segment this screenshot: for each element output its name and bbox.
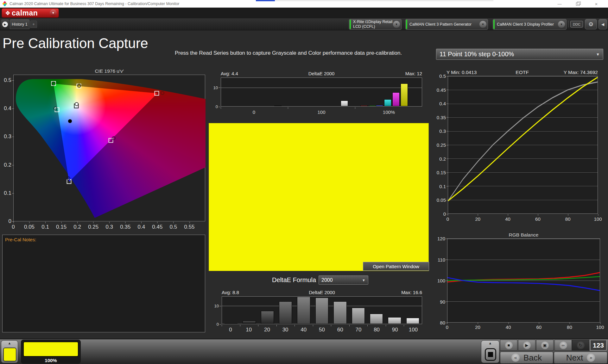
points-preset-dropdown[interactable]: 11 Point 10% step 0-100% ▼ xyxy=(436,49,603,60)
connected-indicator xyxy=(350,20,351,29)
deltae-bar-80 xyxy=(370,314,383,324)
history-nav-button[interactable]: ▶ xyxy=(1,19,9,29)
tick-label: 0 xyxy=(253,109,255,115)
rgb-x-axis: 020406080100 xyxy=(447,324,600,330)
chevron-down-icon: ▼ xyxy=(596,52,600,57)
read-single-button[interactable]: ▣ xyxy=(536,340,554,351)
read-series-button[interactable]: ▶ xyxy=(518,340,535,351)
cie-point-cyan-measured xyxy=(54,107,57,110)
tick-label: 80 xyxy=(440,320,445,325)
connected-indicator xyxy=(406,20,407,29)
deltae-bar-100 xyxy=(406,318,419,324)
ddc-button[interactable]: DDC xyxy=(570,21,583,28)
cie-point-yellow-measured xyxy=(77,84,81,88)
close-icon: × xyxy=(595,1,598,7)
tick-label: 0.2 xyxy=(4,162,11,168)
deltae-bar-60 xyxy=(333,301,346,324)
deltae-bar-90 xyxy=(388,317,401,324)
calman-app-window: Calman 2020 Calman Ultimate for Business… xyxy=(0,0,608,364)
deltae-bar-green xyxy=(369,105,376,106)
tick-label: 100 xyxy=(409,327,418,333)
next-button[interactable]: Next » xyxy=(554,352,607,364)
tick-label: 0.4 xyxy=(4,105,11,112)
refresh-button[interactable]: ↻ xyxy=(572,340,589,351)
pattern-generator-dropdown[interactable]: CalMAN Client 3 Pattern Generator ▼ xyxy=(405,19,488,30)
open-pattern-window-button[interactable]: Open Pattern Window xyxy=(363,262,429,271)
window-title: Calman 2020 Calman Ultimate for Business… xyxy=(10,0,179,8)
rgb-balance-curves xyxy=(447,239,600,322)
calman-menu-arrow[interactable]: ▼ xyxy=(50,9,57,16)
deltae-top-axis-ticks xyxy=(221,107,422,109)
tick-label: 110 xyxy=(438,257,445,262)
calman-menu-button[interactable]: ❖ calman ▼ xyxy=(2,8,59,18)
collapse-panel-button[interactable]: ◀ xyxy=(598,19,607,29)
close-button[interactable]: × xyxy=(588,0,604,8)
pre-cal-notes-field[interactable]: Pre-Cal Notes: xyxy=(2,235,205,332)
deltae-top-chart xyxy=(221,77,422,107)
settings-button[interactable]: ⚙ xyxy=(585,19,597,29)
tick-label: 0.15 xyxy=(56,224,66,230)
cie-point-white-measured xyxy=(75,102,79,106)
tick-label: 0 xyxy=(216,104,218,109)
tick-label: 0.25 xyxy=(437,142,446,148)
tick-label: 10 xyxy=(213,85,218,90)
connected-indicator xyxy=(493,20,495,29)
green-curve xyxy=(447,276,600,281)
tick-label: 0.45 xyxy=(152,224,162,230)
tick-label: 90 xyxy=(440,299,445,304)
deltae-bar-0 xyxy=(225,323,238,324)
tick-label: 100 xyxy=(596,324,604,330)
tick-label: 10 xyxy=(246,327,252,333)
pattern-level-panel: 100% xyxy=(21,340,81,364)
add-tab-button[interactable]: + xyxy=(30,21,37,28)
tick-label: 0.1 xyxy=(439,183,446,189)
continuous-read-button[interactable]: ∞ xyxy=(554,340,572,351)
tab-history-1[interactable]: History 1 xyxy=(10,19,29,29)
chevron-down-icon: ▼ xyxy=(395,23,398,26)
measured-curve xyxy=(448,77,598,201)
minimize-button[interactable]: — xyxy=(552,0,567,8)
swatch-expand-button[interactable]: ▲ xyxy=(1,341,18,345)
tick-label: 0.5 xyxy=(170,224,177,230)
arrow-left-icon: ◀ xyxy=(601,22,604,27)
eotf-y-axis: 0.50.450.40.350.30.250.20.150.10.050 xyxy=(433,76,446,214)
meter-dropdown-arrow[interactable]: ▼ xyxy=(393,21,400,28)
deltae-formula-dropdown[interactable]: 2000 ▼ xyxy=(319,275,368,285)
point-counter-field[interactable]: 123 xyxy=(590,340,607,351)
deltae-formula-label: DeltaE Formula xyxy=(203,276,316,284)
arrow-right-icon: ▶ xyxy=(4,23,6,26)
tick-label: 40 xyxy=(301,327,307,333)
meter-dropdown[interactable]: X-Rite i1Display RetailLCD (CCFL) ▼ xyxy=(349,19,402,30)
tick-label: 0.4 xyxy=(439,101,446,106)
chevron-down-icon: ▼ xyxy=(482,23,484,26)
deltae-bar-magenta xyxy=(392,92,400,106)
stop-expand-button[interactable]: ▲ xyxy=(481,341,499,345)
rgb-y-axis: 1201101009080 xyxy=(432,238,446,323)
current-pattern-swatch[interactable] xyxy=(3,348,16,361)
deltae-top-title: DeltaE 2000 xyxy=(221,71,422,76)
stop-button[interactable]: ■ xyxy=(500,340,517,351)
deltae-bottom-y-axis: 100 xyxy=(209,296,219,324)
tick-label: 60 xyxy=(337,327,343,333)
restore-icon xyxy=(576,3,580,6)
restore-button[interactable] xyxy=(570,0,586,8)
tick-label: 0.15 xyxy=(437,170,446,175)
tick-label: 0.2 xyxy=(439,156,446,161)
tick-label: 0 xyxy=(9,218,11,225)
back-button[interactable]: « Back xyxy=(500,352,553,364)
deltae-top-header: Avg: 4.4 DeltaE 2000 Max: 12 xyxy=(221,71,422,76)
pattern-level-value: 100% xyxy=(21,358,81,363)
tick-label: 40 xyxy=(505,216,510,222)
deltae-bar-50 xyxy=(315,298,328,324)
pattern-generator-dropdown-arrow[interactable]: ▼ xyxy=(479,21,486,28)
display-profiler-dropdown-arrow[interactable]: ▼ xyxy=(558,21,565,28)
pattern-level-bar xyxy=(23,342,79,357)
next-label: Next xyxy=(566,353,583,363)
tick-label: 50 xyxy=(319,327,325,333)
deltae-bar-yellow xyxy=(401,83,408,106)
display-profiler-dropdown[interactable]: CalMAN Client 3 Display Profiler ▼ xyxy=(493,19,567,30)
tick-label: 120 xyxy=(437,236,445,241)
display-profiler-label: CalMAN Client 3 Display Profiler xyxy=(497,22,554,27)
deltae-bottom-title: DeltaE 2000 xyxy=(222,290,422,295)
stop-measurement-button[interactable] xyxy=(485,348,496,361)
